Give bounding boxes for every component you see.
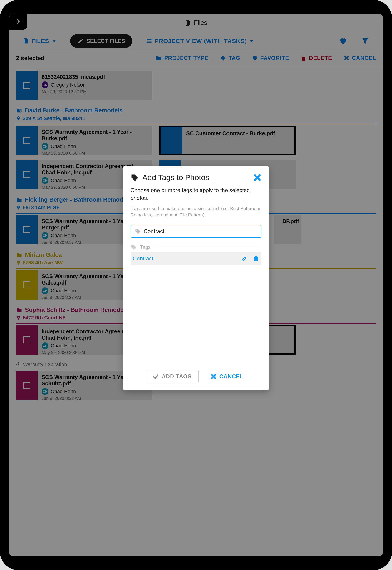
tags-label: Tags xyxy=(140,244,151,250)
tag-icon xyxy=(135,228,141,234)
tag-input-wrap[interactable] xyxy=(130,225,262,238)
tags-divider: Tags xyxy=(130,244,262,250)
tag-icon xyxy=(130,244,137,250)
x-icon xyxy=(210,373,217,380)
modal-cancel-label: CANCEL xyxy=(219,373,243,380)
add-tags-button[interactable]: ADD TAGS xyxy=(146,370,198,383)
check-icon xyxy=(153,373,159,380)
tag-icon xyxy=(130,173,139,182)
tag-input[interactable] xyxy=(144,228,257,234)
modal-body-text: Choose one or more tags to apply to the … xyxy=(130,186,262,202)
svg-point-17 xyxy=(133,175,134,176)
tablet-frame: Files FILES SELECT FILES PROJECT VIEW (W… xyxy=(0,0,392,570)
x-icon xyxy=(253,173,262,182)
tag-list-item[interactable]: Contract xyxy=(130,252,262,265)
modal-hint-text: Tags are used to make photos easier to f… xyxy=(130,205,262,218)
trash-icon[interactable] xyxy=(253,255,259,262)
add-tags-modal: Add Tags to Photos Choose one or more ta… xyxy=(123,166,269,390)
modal-close-button[interactable] xyxy=(253,173,262,182)
add-tags-label: ADD TAGS xyxy=(162,373,192,380)
modal-cancel-button[interactable]: CANCEL xyxy=(208,370,246,383)
edit-icon[interactable] xyxy=(241,255,247,262)
tag-name: Contract xyxy=(133,255,241,262)
svg-point-20 xyxy=(136,230,137,231)
modal-title: Add Tags to Photos xyxy=(142,173,250,182)
screen: Files FILES SELECT FILES PROJECT VIEW (W… xyxy=(9,14,383,556)
